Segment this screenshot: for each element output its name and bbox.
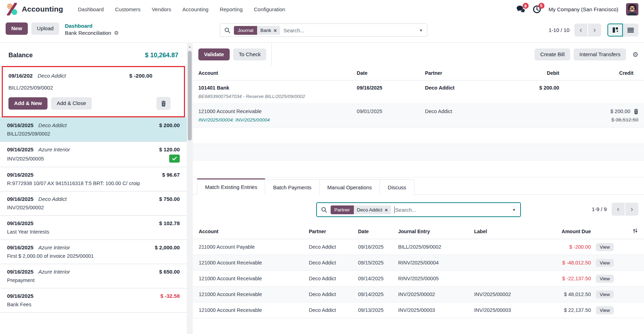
remove-matched-line-button[interactable] [634, 109, 638, 114]
line-amount: $ 120.00 [159, 146, 180, 152]
facet-remove-icon[interactable]: × [385, 207, 388, 213]
view-entry-button[interactable]: View [596, 275, 614, 283]
odoo-accounting-logo-icon [6, 3, 18, 15]
tab-batch-payments[interactable]: Batch Payments [265, 179, 319, 195]
reconciliation-tabs: Match Existing Entries Batch Payments Ma… [193, 177, 644, 195]
column-partner: Partner [309, 229, 358, 234]
match-entry-row[interactable]: 121000 Account Receivable Deco Addict 09… [193, 271, 644, 287]
cell-date: 09/16/2025 [358, 244, 398, 250]
reconciliation-toolbar: Validate To Check Create Bill Internal T… [193, 43, 644, 66]
tab-match-existing-entries[interactable]: Match Existing Entries [197, 178, 265, 195]
validate-button[interactable]: Validate [198, 48, 230, 61]
app-brand[interactable]: Accounting [6, 3, 63, 15]
line-label: Bank Fees [7, 302, 31, 307]
pager-previous-button[interactable]: ‹ [574, 24, 587, 37]
view-entry-button[interactable]: View [596, 259, 614, 267]
breadcrumb-gear-icon[interactable]: ⚙ [114, 30, 119, 37]
scrollbar-thumb[interactable] [188, 51, 192, 140]
journal-entry-row[interactable]: 121000 Account Receivable INV/2025/00004… [193, 104, 644, 127]
menu-item-configuration[interactable]: Configuration [249, 4, 290, 15]
empty-row [193, 144, 644, 161]
match-search-input[interactable]: Search... [395, 207, 508, 213]
match-pager-next-button[interactable]: › [625, 203, 638, 216]
kanban-view-button[interactable] [607, 24, 623, 37]
line-label: First $ 2,000.00 of invoice 2025/00001 [7, 253, 94, 259]
activities-button[interactable]: 5 [533, 5, 541, 13]
menu-item-accounting[interactable]: Accounting [177, 4, 213, 15]
statement-lines-panel: Balance $ 10,264.87 09/16/202 Deco Addic… [0, 43, 187, 334]
match-entry-row[interactable]: 121000 Account Receivable Deco Addict 09… [193, 255, 644, 271]
top-navbar: Accounting Dashboard Customers Vendors A… [0, 0, 644, 18]
journal-entry-row[interactable]: 101401 Bank BE68539007547034 - Reserve B… [193, 80, 644, 104]
match-search-options-toggle[interactable]: ▼ [508, 203, 520, 216]
messages-button[interactable]: 8 [516, 5, 525, 13]
search-options-toggle[interactable]: ▼ [415, 24, 427, 37]
menu-item-vendors[interactable]: Vendors [147, 4, 176, 15]
facet-remove-icon[interactable]: × [274, 27, 277, 33]
line-partner: Deco Addict [38, 73, 66, 79]
line-date: 09/16/2025 [7, 196, 33, 202]
view-entry-button[interactable]: View [596, 243, 614, 251]
search-input[interactable]: Search... [283, 27, 415, 33]
internal-transfers-button[interactable]: Internal Transfers [574, 48, 626, 61]
scrollbar-up-icon[interactable]: ▲ [187, 43, 193, 48]
line-partner: Azure Interior [38, 269, 70, 275]
company-switcher[interactable]: My Company (San Francisco) [549, 6, 618, 12]
view-entry-button[interactable]: View [596, 290, 614, 299]
menu-item-dashboard[interactable]: Dashboard [73, 4, 109, 15]
match-entry-row[interactable]: 211000 Account Payable Deco Addict 09/16… [193, 239, 644, 255]
upload-button[interactable]: Upload [31, 22, 59, 35]
new-button[interactable]: New [6, 22, 28, 35]
line-amount: $ 200.00 [159, 122, 180, 128]
column-date: Date [358, 229, 398, 234]
pager-next-button[interactable]: › [588, 24, 601, 37]
column-credit: Credit [559, 70, 638, 76]
tab-discuss[interactable]: Discuss [380, 179, 414, 195]
column-partner: Partner [425, 70, 517, 76]
match-entry-row[interactable]: 121000 Account Receivable Deco Addict 09… [193, 287, 644, 302]
messages-count-badge: 8 [523, 3, 529, 9]
trash-icon [161, 101, 166, 106]
statement-line-item[interactable]: 09/16/2025 Azure Interior $ 120.00 INV/2… [0, 142, 187, 167]
cell-partner: Deco Addict [425, 109, 517, 123]
line-label: R:9772938 10/07 AX 9415116318 T:5 BRT: 1… [7, 181, 140, 186]
list-view-button[interactable] [623, 24, 638, 37]
view-entry-button[interactable]: View [596, 306, 614, 314]
line-amount: $ 2,000.00 [155, 244, 180, 250]
statement-line-item[interactable]: 09/16/2025 $ 102.78 Last Year Interests [0, 216, 187, 240]
menu-item-reporting[interactable]: Reporting [215, 4, 248, 15]
journal-entry-table: Account Date Partner Debit Credit 101401… [193, 66, 644, 177]
user-avatar[interactable] [626, 3, 638, 15]
menu-item-customers[interactable]: Customers [110, 4, 146, 15]
add-and-new-button[interactable]: Add & New [8, 97, 47, 110]
statement-line-item[interactable]: 09/16/2025 $ -32.58 Bank Fees [0, 288, 187, 313]
statement-line-item[interactable]: 09/16/2025 $ 96.67 R:9772938 10/07 AX 94… [0, 167, 187, 191]
adjust-columns-button[interactable] [622, 228, 638, 235]
cell-partner: Deco Addict [425, 85, 517, 99]
breadcrumb-dashboard-link[interactable]: Dashboard [65, 22, 119, 30]
statement-line-item[interactable]: 09/16/2025 Azure Interior $ 650.00 Prepa… [0, 264, 187, 288]
line-label: INV/2025/00005 [7, 156, 44, 162]
statement-line-item[interactable]: 09/16/2025 Azure Interior $ 2,000.00 Fir… [0, 240, 187, 264]
cell-label: INV/2025/00002 [474, 292, 543, 297]
match-entry-row[interactable]: 121000 Account Receivable Deco Addict 09… [193, 302, 644, 318]
top-search-bar[interactable]: Journal Bank × Search... ▼ [220, 24, 427, 37]
delete-line-button[interactable] [157, 97, 171, 110]
line-date-field[interactable]: 09/16/202 [8, 73, 33, 79]
statement-line-item[interactable]: 09/16/2025 Deco Addict $ 750.00 INV/2025… [0, 191, 187, 216]
match-pager-previous-button[interactable]: ‹ [612, 203, 625, 216]
to-check-button[interactable]: To Check [233, 48, 267, 61]
statement-line-editing-card[interactable]: 09/16/202 Deco Addict $ -200.00 BILL/202… [2, 66, 185, 117]
line-date: 09/16/2025 [7, 146, 33, 152]
cell-journal-entry: BILL/2025/09/0002 [398, 244, 474, 250]
tab-manual-operations[interactable]: Manual Operations [320, 179, 380, 195]
match-search-bar[interactable]: Partner Deco Addict × Search... ▼ [317, 203, 521, 217]
column-label: Label [474, 229, 543, 234]
statement-line-item[interactable]: 09/16/2025 Deco Addict $ 200.00 BILL/202… [0, 118, 187, 142]
reconciliation-settings-gear-icon[interactable]: ⚙ [632, 51, 638, 59]
add-and-close-button[interactable]: Add & Close [51, 97, 91, 110]
vertical-scrollbar[interactable]: ▲ [187, 43, 193, 334]
cell-partner: Deco Addict [309, 260, 358, 266]
cell-debit: $ 200.00 [517, 85, 559, 99]
create-bill-button[interactable]: Create Bill [535, 48, 570, 61]
